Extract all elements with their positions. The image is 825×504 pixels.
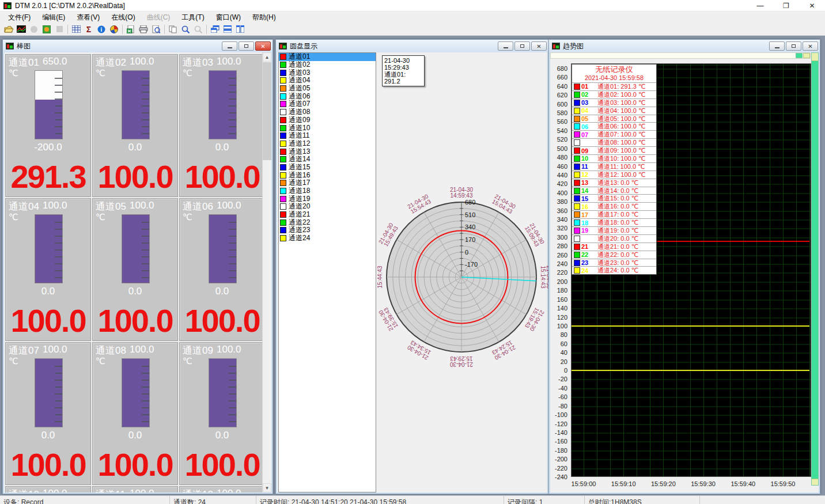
disc-close-button[interactable]: ✕: [531, 41, 547, 51]
chart-icon[interactable]: [15, 24, 28, 35]
bar-unit: ℃: [183, 68, 192, 78]
bar-restore-button[interactable]: [239, 41, 254, 51]
bar-channel-name: 通道03: [183, 56, 215, 69]
trend-window-titlebar[interactable]: 趋势图 ✕: [549, 40, 820, 52]
legend-channel-id: 24: [581, 267, 594, 274]
tile-h-icon[interactable]: [221, 24, 234, 35]
trend-restore-button[interactable]: [786, 41, 801, 51]
y-axis-tick-label: -40: [551, 385, 567, 392]
disc-window-titlebar[interactable]: 圆盘显示 ✕: [276, 40, 548, 52]
trend-close-button[interactable]: ✕: [803, 41, 818, 51]
y-axis-tick-label: 600: [551, 101, 567, 108]
bar-gauge: [35, 214, 63, 283]
hscroll-button2-icon[interactable]: [803, 53, 810, 58]
legend-color-swatch: [574, 172, 580, 178]
status-bar-segment: 总时间:1H8M38S: [585, 496, 700, 504]
scroll-down-icon[interactable]: ▼: [263, 483, 271, 492]
menu-item-T[interactable]: 工具(T): [176, 12, 210, 24]
bar-unit: ℃: [183, 212, 192, 222]
magnifier-icon[interactable]: [179, 24, 192, 35]
maximize-button[interactable]: ❐: [773, 0, 799, 12]
bar-gauge-ticks: [55, 216, 62, 282]
bar-current-value: 100.0: [93, 446, 177, 483]
hscroll-button-icon[interactable]: [796, 53, 803, 58]
polar-time-label: 21-04-3015:29:43: [450, 355, 473, 367]
cascade-icon[interactable]: [209, 24, 221, 35]
y-axis-tick-label: -220: [551, 465, 567, 472]
polar-radial-label: 170: [465, 236, 475, 243]
polar-radial-label: 340: [465, 223, 475, 230]
legend-row: 16通道16: 0.0 ℃: [572, 202, 656, 210]
legend-channel-value: 通道15: 0.0 ℃: [597, 194, 638, 203]
vscroll-thumb[interactable]: [812, 53, 818, 61]
export-icon[interactable]: [124, 24, 137, 35]
svg-text:i: i: [101, 26, 103, 33]
menu-item-H[interactable]: 帮助(H): [247, 12, 282, 24]
trend-v-scrollbar[interactable]: [811, 52, 819, 486]
bar-close-button[interactable]: ✕: [255, 41, 271, 51]
legend-channel-id: 16: [581, 203, 594, 210]
menu-item-V[interactable]: 查看(V): [71, 12, 105, 24]
legend-color-swatch: [574, 156, 580, 162]
polar-radial-label: 510: [465, 211, 475, 218]
vscroll-bottom-button-icon[interactable]: [812, 479, 818, 485]
legend-color-swatch: [574, 180, 580, 186]
menu-item-E[interactable]: 编辑(E): [36, 12, 71, 24]
legend-channel-value: 通道17: 0.0 ℃: [597, 210, 638, 219]
legend-row: 12通道12: 100.0 ℃: [572, 170, 656, 179]
menu-item-W[interactable]: 窗口(W): [210, 12, 247, 24]
legend-row: 02通道02: 100.0 ℃: [572, 90, 656, 98]
info-icon[interactable]: i: [95, 24, 108, 35]
toolbar-separator: [122, 25, 123, 34]
trend-h-scrollbar[interactable]: [550, 52, 811, 59]
bar-minimize-button[interactable]: [222, 41, 237, 51]
minimize-button[interactable]: —: [747, 0, 773, 12]
bar-gauge-ticks: [229, 72, 236, 138]
preview-icon[interactable]: [150, 24, 162, 35]
printer-icon[interactable]: [137, 24, 150, 35]
trend-minimize-button[interactable]: [769, 41, 785, 51]
legend-channel-id: 13: [581, 179, 594, 186]
record-icon[interactable]: [40, 24, 53, 35]
scroll-up-icon[interactable]: ▲: [263, 52, 271, 62]
bar-max-value: 100.0: [130, 344, 173, 355]
y-axis-tick-label: 440: [551, 172, 567, 179]
legend-channel-id: 09: [581, 147, 594, 154]
tile-v-icon[interactable]: [234, 24, 247, 35]
table-icon[interactable]: [70, 24, 82, 35]
pie-icon[interactable]: [108, 24, 120, 35]
bar-channel-name: 通道06: [183, 200, 215, 213]
legend-color-swatch: [574, 84, 580, 90]
bar-gauge-cell: 通道12100.0℃0.0100.0: [179, 486, 265, 492]
y-axis-tick-label: 540: [551, 127, 567, 134]
legend-channel-value: 通道02: 100.0 ℃: [597, 90, 645, 99]
channel-color-swatch: [280, 172, 286, 179]
y-axis-tick-label: 100: [551, 323, 567, 329]
bar-window-scrollbar[interactable]: ▲ ▼: [262, 52, 271, 492]
copy-icon[interactable]: [166, 24, 179, 35]
disc-restore-button[interactable]: [514, 41, 530, 51]
channel-label: 通道24: [289, 233, 310, 243]
legend-row: 11通道11: 100.0 ℃: [572, 162, 656, 170]
y-axis-tick-label: 360: [551, 207, 567, 214]
channel-color-swatch: [280, 141, 286, 147]
close-button[interactable]: ✕: [799, 0, 825, 12]
bar-max-value: 100.0: [130, 56, 173, 67]
mdi-workspace: 棒图 ✕ 通道01650.0℃-200.0291.3通道02100.0℃0.01…: [0, 36, 825, 495]
x-axis-tick-label: 15:59:30: [686, 480, 721, 487]
polar-radial-label: 0: [465, 249, 468, 256]
menu-item-F[interactable]: 文件(F): [2, 12, 36, 24]
disc-minimize-button[interactable]: [498, 41, 513, 51]
channel-list-item[interactable]: 通道24: [279, 234, 376, 242]
channel-color-swatch: [280, 93, 286, 100]
bar-min-value: 0.0: [93, 430, 177, 441]
legend-channel-value: 通道04: 100.0 ℃: [597, 107, 645, 115]
bar-gauge-cell: 通道02100.0℃0.0100.0: [92, 54, 178, 197]
bar-max-value: 100.0: [43, 344, 86, 355]
legend-row: 05通道05: 100.0 ℃: [572, 115, 656, 123]
sigma-icon[interactable]: Σ: [82, 24, 95, 35]
bar-window-titlebar[interactable]: 棒图 ✕: [3, 40, 273, 52]
scrollbar-thumb[interactable]: [263, 62, 271, 160]
menu-item-O[interactable]: 在线(O): [105, 12, 141, 24]
folder-open-icon[interactable]: [2, 24, 15, 35]
